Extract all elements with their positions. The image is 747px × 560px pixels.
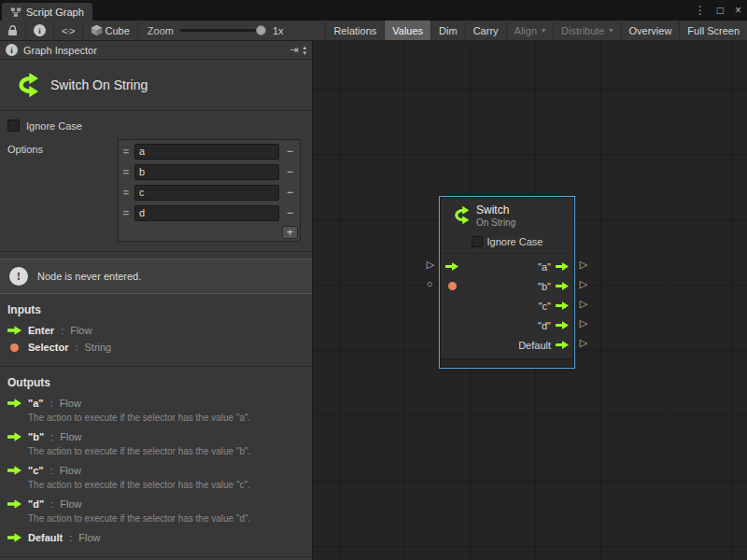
info-icon: i — [34, 24, 46, 36]
remove-option-button[interactable]: − — [282, 186, 298, 200]
zoom-slider-knob[interactable] — [256, 25, 266, 35]
output-port-a[interactable] — [556, 262, 569, 271]
node-ignore-case-checkbox[interactable] — [472, 236, 483, 247]
switch-on-string-node[interactable]: ▷ ○ ▷ ▷ ▷ ▷ ▷ Switch On String — [440, 197, 574, 368]
unconnected-output-default-triangle[interactable]: ▷ — [578, 336, 589, 349]
node-ignore-case-label: Ignore Case — [487, 236, 543, 247]
unconnected-flow-input-triangle[interactable]: ▷ — [425, 258, 436, 271]
cube-icon — [91, 24, 103, 36]
drag-handle-icon[interactable]: = — [120, 207, 132, 218]
port-name: Selector — [28, 342, 68, 353]
selector-string-port[interactable] — [445, 282, 459, 290]
port-separator: : — [50, 465, 53, 476]
chevron-down-icon: ▾ — [610, 26, 613, 35]
flow-arrow-icon — [445, 262, 458, 271]
pane-down-icon: ▾ — [303, 50, 306, 56]
node-ports: "a" "b" "c" — [441, 253, 573, 358]
drag-handle-icon[interactable]: = — [120, 187, 132, 198]
output-port-default[interactable] — [556, 341, 569, 349]
port-name: "b" — [28, 431, 44, 442]
window-maximize-icon[interactable]: □ — [712, 4, 729, 17]
flow-arrow-icon — [7, 432, 21, 441]
output-port-entry: "c" : Flow — [7, 465, 304, 476]
node-port-row: "a" — [441, 257, 573, 276]
enter-flow-port[interactable] — [445, 262, 458, 271]
port-separator: : — [69, 532, 72, 543]
unconnected-output-a-triangle[interactable]: ▷ — [578, 258, 589, 271]
drag-handle-icon[interactable]: = — [120, 146, 132, 157]
flow-arrow-icon — [556, 301, 569, 310]
toolbar-button-fullscreen[interactable]: Full Screen — [679, 21, 747, 40]
port-name: Enter — [28, 325, 54, 336]
zoom-value: 1x — [273, 25, 284, 36]
window-content: i Graph Inspector ⇥ ▴ ▾ Switch On String — [0, 41, 747, 560]
add-option-button[interactable]: + — [282, 226, 298, 239]
option-input-2[interactable] — [134, 185, 279, 201]
toolbar-button-relations[interactable]: Relations — [325, 21, 384, 40]
port-description: The action to execute if the selector ha… — [28, 513, 304, 524]
toolbar-button-values[interactable]: Values — [384, 21, 430, 40]
port-separator: : — [61, 325, 63, 336]
port-type: Flow — [60, 398, 81, 409]
pane-scroll-arrows[interactable]: ▴ ▾ — [303, 45, 306, 56]
remove-option-button[interactable]: − — [282, 165, 298, 179]
option-input-0[interactable] — [134, 144, 279, 160]
code-view-button[interactable]: <·> — [54, 21, 83, 40]
unconnected-output-b-triangle[interactable]: ▷ — [578, 277, 589, 290]
unity-script-graph-window: Script Graph ⋮ □ × i <·> — [0, 0, 747, 560]
flow-arrow-icon — [7, 466, 21, 475]
remove-option-button[interactable]: − — [282, 206, 298, 220]
options-list: = − = − = − = — [118, 139, 301, 242]
object-reference-button[interactable]: Cube — [83, 21, 138, 40]
flow-arrow-icon — [7, 499, 21, 509]
switch-on-string-icon — [449, 205, 470, 225]
code-icon: <·> — [62, 25, 75, 36]
port-type: String — [84, 342, 111, 353]
port-description: The action to execute if the selector ha… — [28, 446, 304, 456]
window-titlebar: Script Graph ⋮ □ × — [0, 0, 747, 21]
object-reference-label: Cube — [106, 25, 130, 36]
node-port-row: "b" — [441, 276, 573, 296]
zoom-control: Zoom 1x — [138, 21, 293, 40]
output-port-d[interactable] — [556, 321, 569, 329]
toolbar-button-dim[interactable]: Dim — [430, 21, 465, 40]
output-port-entry: "b" : Flow — [7, 431, 304, 442]
output-port-entry: "a" : Flow — [7, 398, 304, 409]
unconnected-selector-circle[interactable]: ○ — [424, 277, 435, 290]
output-port-label: "a" — [538, 261, 551, 273]
outputs-heading: Outputs — [7, 376, 304, 389]
inputs-heading: Inputs — [7, 303, 304, 316]
option-row: = − — [120, 161, 298, 182]
graph-canvas[interactable]: ▷ ○ ▷ ▷ ▷ ▷ ▷ Switch On String — [313, 41, 747, 560]
graph-toolbar: i <·> Cube Zoom 1x Relations Values — [0, 21, 747, 41]
toolbar-button-overview[interactable]: Overview — [621, 21, 680, 40]
ignore-case-checkbox[interactable] — [7, 119, 20, 132]
drag-handle-icon[interactable]: = — [120, 166, 132, 177]
remove-option-button[interactable]: − — [282, 145, 298, 159]
flow-arrow-icon — [7, 533, 21, 542]
ignore-case-label: Ignore Case — [26, 120, 82, 132]
option-input-3[interactable] — [134, 205, 279, 221]
node-footer — [441, 358, 573, 367]
option-input-1[interactable] — [134, 164, 279, 180]
tab-script-graph[interactable]: Script Graph — [2, 3, 92, 21]
unconnected-output-c-triangle[interactable]: ▷ — [578, 297, 589, 310]
unit-title-block: Switch On String — [0, 60, 312, 111]
node-port-row: "c" — [441, 296, 573, 315]
port-name: Default — [28, 532, 63, 543]
output-port-c[interactable] — [556, 301, 569, 310]
output-port-b[interactable] — [556, 282, 569, 290]
unconnected-output-d-triangle[interactable]: ▷ — [578, 316, 589, 329]
warning-icon: ! — [9, 267, 28, 286]
window-close-icon[interactable]: × — [729, 4, 747, 17]
port-type: Flow — [60, 431, 81, 442]
chevron-down-icon: ▾ — [542, 26, 545, 35]
dock-icon[interactable]: ⇥ — [289, 44, 298, 56]
lock-icon[interactable] — [0, 21, 26, 40]
info-toggle-button[interactable]: i — [26, 21, 54, 40]
toolbar-button-carry[interactable]: Carry — [465, 21, 506, 40]
toolbar-button-distribute[interactable]: Distribute ▾ — [553, 21, 620, 40]
toolbar-button-align[interactable]: Align ▾ — [506, 21, 553, 40]
zoom-slider[interactable] — [180, 29, 266, 32]
window-menu-icon[interactable]: ⋮ — [689, 4, 712, 17]
